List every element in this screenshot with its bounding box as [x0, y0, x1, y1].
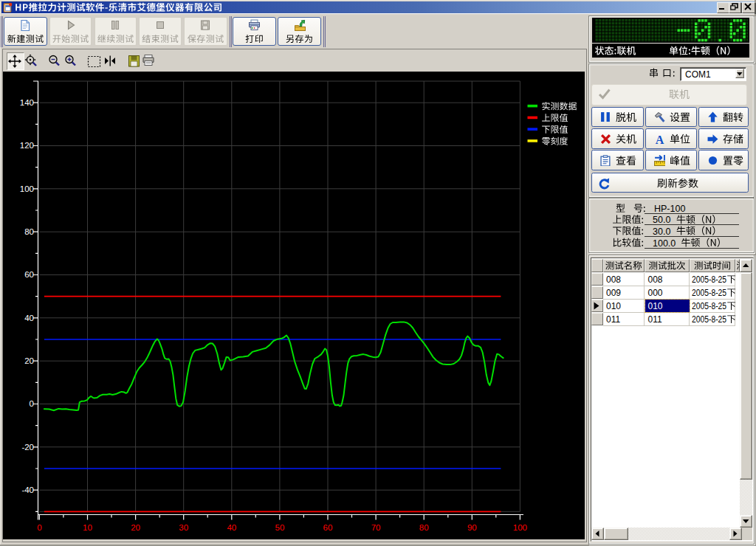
svg-text:90: 90 [467, 523, 477, 532]
svg-text:100: 100 [513, 523, 527, 532]
svg-text:0: 0 [30, 399, 34, 408]
svg-text:40: 40 [24, 314, 34, 322]
svg-text:60: 60 [323, 523, 333, 532]
svg-text:40: 40 [227, 523, 236, 532]
svg-text:80: 80 [419, 523, 429, 532]
svg-text:-40: -40 [21, 485, 34, 494]
svg-text:20: 20 [131, 523, 140, 532]
svg-text:120: 120 [20, 141, 34, 150]
svg-text:20: 20 [24, 356, 34, 365]
svg-text:60: 60 [24, 270, 34, 279]
svg-text:140: 140 [20, 98, 34, 107]
svg-text:10: 10 [83, 523, 92, 532]
svg-text:30: 30 [179, 523, 188, 532]
svg-text:0: 0 [37, 523, 41, 532]
svg-text:A: A [656, 134, 664, 145]
svg-text:-20: -20 [21, 443, 34, 452]
svg-text:100: 100 [20, 184, 34, 193]
svg-text:70: 70 [371, 523, 381, 532]
svg-text:80: 80 [24, 227, 34, 236]
svg-text:50: 50 [275, 523, 285, 532]
